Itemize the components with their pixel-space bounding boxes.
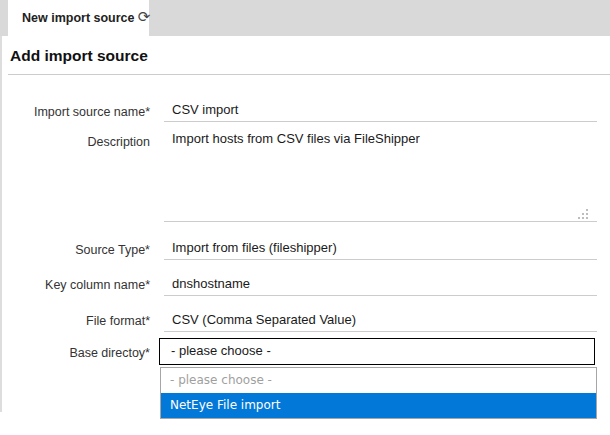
description-textarea[interactable]: Import hosts from CSV files via FileShip…: [164, 126, 597, 222]
file-format-input[interactable]: [164, 310, 597, 332]
base-directory-label: Base directoy*: [0, 345, 150, 361]
source-type-input[interactable]: [164, 238, 597, 260]
import-source-name-label: Import source name*: [0, 104, 150, 120]
page-title: Add import source: [10, 47, 148, 65]
description-label: Description: [0, 134, 150, 150]
tab-new-import-source[interactable]: New import source: [8, 0, 149, 36]
title-divider: [8, 74, 610, 75]
import-source-name-input[interactable]: [164, 100, 597, 122]
key-column-name-label: Key column name*: [0, 277, 150, 293]
key-column-name-input[interactable]: [164, 274, 597, 296]
base-directory-select[interactable]: - please choose -: [159, 338, 595, 365]
file-format-label: File format*: [0, 313, 150, 329]
app-window: New import source ⟳ Add import source Im…: [0, 0, 610, 435]
base-directory-dropdown: - please choose - NetEye File import: [160, 367, 597, 419]
dropdown-option-please-choose[interactable]: - please choose -: [161, 368, 596, 393]
tab-bar: New import source ⟳: [0, 0, 610, 36]
textarea-resize-grip-icon[interactable]: [578, 206, 589, 217]
refresh-icon[interactable]: ⟳: [132, 0, 156, 36]
base-directory-selected-value: - please choose -: [160, 339, 594, 363]
dropdown-option-neteye-file-import[interactable]: NetEye File import: [161, 393, 596, 418]
source-type-label: Source Type*: [0, 242, 150, 258]
